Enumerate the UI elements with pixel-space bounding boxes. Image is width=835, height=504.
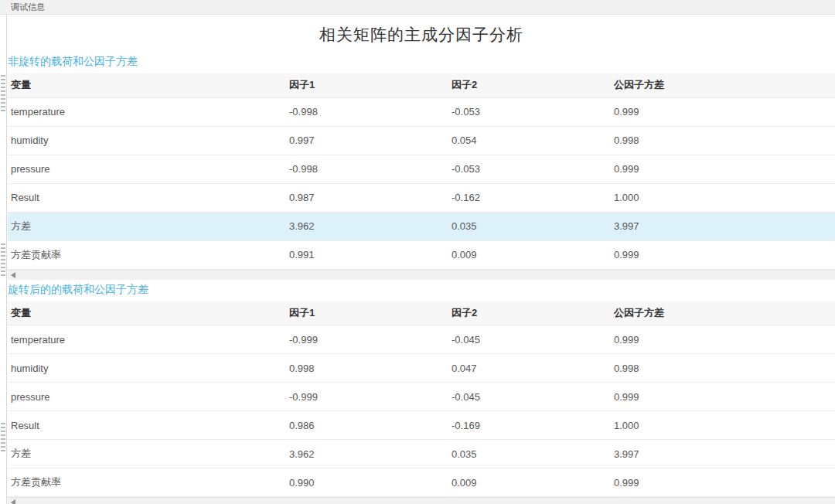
cell-factor1: 0.987 (286, 183, 448, 212)
cell-variable: Result (8, 183, 286, 212)
cell-factor1: 3.962 (286, 212, 448, 240)
column-header-communality: 公因子方差 (611, 301, 835, 325)
cell-variable: 方差贡献率 (8, 468, 286, 497)
cell-communality: 0.999 (611, 155, 835, 183)
table-header-row: 变量 因子1 因子2 公因子方差 (8, 301, 835, 325)
cell-factor1: 0.990 (286, 468, 448, 497)
cell-factor2: 0.035 (448, 212, 611, 240)
scroll-left-arrow-icon[interactable] (11, 272, 15, 278)
column-header-variable: 变量 (8, 73, 286, 97)
table-row: temperature -0.998 -0.053 0.999 (8, 97, 835, 126)
table-row: Result 0.986 -0.169 1.000 (8, 411, 835, 440)
table-row-variance-contribution: 方差贡献率 0.990 0.009 0.999 (8, 468, 835, 497)
unrotated-loadings-table: 变量 因子1 因子2 公因子方差 temperature -0.998 -0.0… (8, 73, 835, 270)
cell-factor2: -0.045 (448, 383, 611, 411)
cell-communality: 0.999 (611, 383, 835, 411)
cell-variable: humidity (8, 354, 286, 383)
window-title: 调试信息 (11, 2, 45, 12)
horizontal-scrollbar[interactable] (8, 497, 835, 504)
cell-variable: temperature (8, 97, 286, 126)
cell-factor2: 0.009 (448, 468, 611, 497)
table-row: pressure -0.999 -0.045 0.999 (8, 383, 835, 411)
table-row: humidity 0.997 0.054 0.998 (8, 126, 835, 155)
cell-communality: 0.998 (611, 354, 835, 383)
section-link-unrotated-loadings[interactable]: 非旋转的载荷和公因子方差 (8, 55, 835, 69)
table-row-variance-contribution: 方差贡献率 0.991 0.009 0.999 (8, 240, 835, 269)
cell-communality: 0.999 (611, 325, 835, 354)
table-row: Result 0.987 -0.162 1.000 (8, 183, 835, 212)
table-row-variance: 方差 3.962 0.035 3.997 (8, 212, 835, 240)
cell-factor1: -0.998 (286, 155, 448, 183)
cell-variable: temperature (8, 325, 286, 354)
cell-variable: Result (8, 411, 286, 440)
cell-communality: 0.999 (611, 240, 835, 269)
report-content: 相关矩阵的主成分因子分析 非旋转的载荷和公因子方差 变量 因子1 因子2 公因子… (0, 15, 835, 504)
cell-factor1: 0.991 (286, 240, 448, 269)
output-frame: 相关矩阵的主成分因子分析 非旋转的载荷和公因子方差 变量 因子1 因子2 公因子… (0, 15, 835, 504)
cell-factor1: -0.998 (286, 97, 448, 126)
debug-info-bar: 调试信息 (0, 0, 835, 15)
clipped-text-fragment (1, 243, 5, 278)
cell-factor1: 0.986 (286, 411, 448, 440)
table-row: temperature -0.999 -0.045 0.999 (8, 325, 835, 354)
clipped-sidebar-strip (0, 15, 7, 504)
cell-communality: 1.000 (611, 183, 835, 212)
horizontal-scrollbar[interactable] (8, 270, 835, 280)
cell-factor2: 0.054 (448, 126, 611, 155)
cell-variable: pressure (8, 383, 286, 411)
cell-factor2: -0.162 (448, 183, 611, 212)
cell-communality: 3.997 (611, 440, 835, 468)
cell-factor1: 0.998 (286, 354, 448, 383)
section-link-rotated-loadings[interactable]: 旋转后的的载荷和公因子方差 (8, 283, 835, 297)
column-header-communality: 公因子方差 (611, 73, 835, 97)
cell-factor2: 0.035 (448, 440, 611, 468)
cell-communality: 3.997 (611, 212, 835, 240)
cell-variable: 方差 (8, 440, 286, 468)
cell-factor1: 0.997 (286, 126, 448, 155)
column-header-factor2: 因子2 (448, 301, 611, 325)
table-header-row: 变量 因子1 因子2 公因子方差 (8, 73, 835, 97)
clipped-text-fragment (1, 75, 5, 112)
cell-factor2: 0.009 (448, 240, 611, 269)
rotated-loadings-table: 变量 因子1 因子2 公因子方差 temperature -0.999 -0.0… (8, 301, 835, 498)
page-title: 相关矩阵的主成分因子分析 (8, 15, 835, 53)
column-header-variable: 变量 (8, 301, 286, 325)
cell-factor2: -0.169 (448, 411, 611, 440)
cell-factor1: -0.999 (286, 383, 448, 411)
cell-variable: pressure (8, 155, 286, 183)
column-header-factor1: 因子1 (286, 301, 448, 325)
table-row-variance: 方差 3.962 0.035 3.997 (8, 440, 835, 468)
cell-factor2: -0.045 (448, 325, 611, 354)
table-row: humidity 0.998 0.047 0.998 (8, 354, 835, 383)
clipped-text-fragment (1, 423, 5, 454)
column-header-factor2: 因子2 (448, 73, 611, 97)
cell-variable: humidity (8, 126, 286, 155)
cell-factor2: -0.053 (448, 97, 611, 126)
cell-variable: 方差贡献率 (8, 240, 286, 269)
cell-communality: 0.998 (611, 126, 835, 155)
column-header-factor1: 因子1 (286, 73, 448, 97)
cell-variable: 方差 (8, 212, 286, 240)
cell-communality: 0.999 (611, 468, 835, 497)
cell-communality: 1.000 (611, 411, 835, 440)
cell-communality: 0.999 (611, 97, 835, 126)
table-row: pressure -0.998 -0.053 0.999 (8, 155, 835, 183)
cell-factor2: -0.053 (448, 155, 611, 183)
scroll-left-arrow-icon[interactable] (11, 499, 15, 504)
cell-factor2: 0.047 (448, 354, 611, 383)
cell-factor1: 3.962 (286, 440, 448, 468)
cell-factor1: -0.999 (286, 325, 448, 354)
